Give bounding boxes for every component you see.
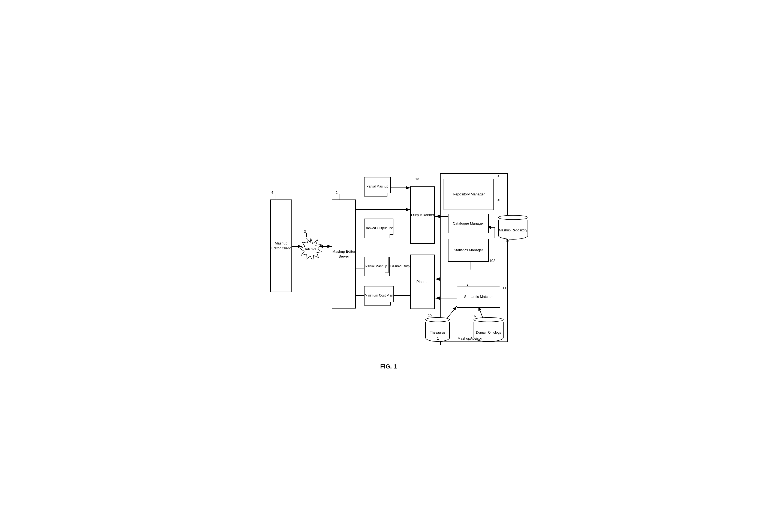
- ref-10: 10: [495, 174, 498, 178]
- planner-box: Planner: [410, 255, 435, 309]
- mashup-repository-label: Mashup Repository: [499, 228, 527, 233]
- partial-mashup-top-label: Partial Mashup: [366, 184, 388, 189]
- mashup-editor-server-label: Mashup Editor Server: [332, 249, 355, 259]
- ref-2: 2: [336, 190, 338, 194]
- ref-15: 15: [428, 313, 432, 317]
- output-ranker-box: Output Ranker: [410, 186, 435, 244]
- mashupadvisor-label: MashupAdvisor: [445, 336, 494, 341]
- mashup-editor-client-label: Mashup Editor Client: [271, 241, 292, 251]
- statistics-manager-box: Statistics Manager: [448, 239, 489, 262]
- catalogue-manager-box: Catalogue Manager: [448, 214, 489, 233]
- mashup-editor-server-box: Mashup Editor Server: [332, 200, 356, 308]
- diagram-container: 4 Mashup Editor Client 3 Internet 2 Mash…: [266, 162, 511, 370]
- partial-mashup-bottom-box: Partial Mashup: [364, 257, 388, 276]
- desired-output-label: Desired Output: [391, 264, 413, 269]
- partial-mashup-bottom-label: Partial Mashup: [365, 264, 387, 269]
- diagram-area: 4 Mashup Editor Client 3 Internet 2 Mash…: [266, 162, 511, 358]
- partial-mashup-top-box: Partial Mashup: [364, 177, 391, 196]
- output-ranker-label: Output Ranker: [411, 213, 434, 218]
- semantic-matcher-label: Semantic Matcher: [464, 295, 493, 299]
- domain-ontology-label: Domain Ontology: [476, 330, 502, 335]
- ref-3: 3: [304, 230, 306, 234]
- fig-label: FIG. 1: [266, 363, 511, 370]
- repository-manager-label: Repository Manager: [453, 192, 485, 197]
- ref-11: 11: [503, 286, 506, 290]
- ref-102: 102: [489, 259, 495, 263]
- statistics-manager-label: Statistics Manager: [454, 248, 483, 253]
- internet-starburst: Internet: [300, 238, 322, 259]
- planner-label: Planner: [417, 280, 429, 284]
- mashup-repository-cylinder: Mashup Repository: [498, 215, 528, 240]
- mashup-editor-client-box: Mashup Editor Client: [270, 200, 292, 292]
- svg-text:Internet: Internet: [305, 248, 317, 251]
- thesaurus-label: Thesaurus: [430, 330, 445, 335]
- minimum-cost-plan-box: Minimum Cost Plan: [364, 286, 394, 305]
- catalogue-manager-label: Catalogue Manager: [453, 221, 484, 226]
- ranked-output-list-label: Ranked Output List: [365, 226, 393, 231]
- minimum-cost-plan-label: Minimum Cost Plan: [365, 293, 393, 298]
- ref-13: 13: [415, 177, 419, 181]
- ref-101: 101: [495, 198, 501, 202]
- repository-manager-box: Repository Manager: [444, 179, 494, 210]
- ref-1: 1: [437, 336, 439, 341]
- semantic-matcher-box: Semantic Matcher: [457, 286, 500, 308]
- ref-4: 4: [271, 190, 273, 194]
- ranked-output-list-box: Ranked Output List: [364, 219, 394, 238]
- desired-output-box: Desired Output: [389, 257, 414, 276]
